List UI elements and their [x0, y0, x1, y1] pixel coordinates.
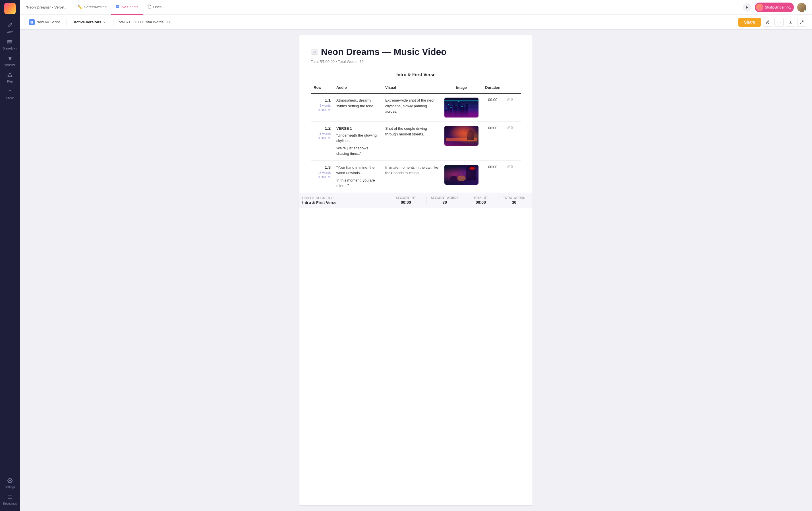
- tab-screenwriting[interactable]: ✏️ Screenwriting: [73, 0, 111, 15]
- expand-button[interactable]: [797, 18, 806, 27]
- more-options-button[interactable]: [775, 18, 784, 27]
- visualize-icon: [7, 56, 12, 62]
- table-row: 1.3 13 words 00:00 RT "Your hand in mine…: [311, 160, 521, 193]
- row-id-cell: 1.2 11 words 00:00 RT: [311, 122, 334, 161]
- row-rt: 00:00 RT: [314, 136, 331, 140]
- av-scripts-tab-icon: [116, 4, 120, 9]
- row-meta: 13 words 00:00 RT: [314, 171, 331, 180]
- svg-point-3: [8, 43, 8, 44]
- screenwriting-tab-icon: ✏️: [78, 5, 83, 9]
- sidebar-item-breakdown-label: Breakdown: [3, 47, 17, 50]
- toolbar-separator: [66, 19, 67, 26]
- audio-text: "Your hand in mine, the world unwinds...…: [336, 165, 380, 189]
- person-silhouette: [467, 130, 474, 140]
- attachment-icon: 0: [507, 126, 518, 130]
- image-cell: [441, 122, 481, 161]
- segment-footer: END OF SEGMENT 1 Intro & First Verse SEG…: [299, 193, 532, 208]
- studiobinder-label: StudioBinder Inc.: [765, 5, 791, 9]
- breakdown-icon: [7, 39, 12, 46]
- sidebar-item-visualize[interactable]: Visualize: [0, 53, 20, 70]
- duration-cell: 00:00: [481, 93, 504, 122]
- sidebar: Write Breakdown Visualize Plan Shoot Set…: [0, 0, 20, 511]
- row-rt: 00:00 RT: [314, 108, 331, 112]
- segment-rt-value: 00:00: [396, 200, 416, 205]
- play-button[interactable]: [743, 3, 751, 12]
- tab-av-scripts[interactable]: AV Scripts: [111, 0, 143, 15]
- attachment-icon: 0: [507, 98, 518, 102]
- visual-text: Extreme-wide shot of the neon cityscape,…: [385, 98, 439, 114]
- project-title: "Neon Dreams" - Velvet...: [26, 5, 67, 9]
- image-thumbnail-cityscape[interactable]: [444, 98, 478, 117]
- docs-tab-label: Docs: [153, 5, 162, 9]
- secondary-toolbar: New AV Script Active Versions Total RT 0…: [20, 15, 812, 30]
- active-versions-label: Active Versions: [74, 20, 101, 24]
- chevron-down-icon: [103, 21, 106, 24]
- tab-docs[interactable]: Docs: [143, 0, 166, 15]
- svg-point-1: [8, 41, 8, 42]
- new-av-script-button[interactable]: New AV Script: [26, 18, 63, 27]
- visual-text: Shot of the couple driving through neon-…: [385, 126, 439, 137]
- docs-tab-icon: [148, 4, 151, 9]
- attachment-count: 0: [511, 98, 513, 102]
- settings-icon: [7, 478, 12, 485]
- user-avatar[interactable]: [797, 3, 806, 12]
- total-rt-value: 00:00: [474, 200, 488, 205]
- app-logo[interactable]: [4, 3, 16, 14]
- screenwriting-tab-label: Screenwriting: [84, 5, 107, 9]
- row-number: 1.1: [314, 98, 331, 102]
- topnav-right-area: StudioBinder Inc.: [743, 3, 806, 12]
- active-versions-button[interactable]: Active Versions: [70, 18, 110, 26]
- share-label: Share: [744, 20, 755, 24]
- cyan-line: [444, 101, 478, 101]
- content-area: v1 Neon Dreams — Music Video Total RT 00…: [20, 30, 812, 511]
- car-glow: [444, 126, 478, 146]
- row-meta: 6 words 00:00 RT: [314, 104, 331, 112]
- sidebar-item-shoot[interactable]: Shoot: [0, 86, 20, 102]
- edit-icon-button[interactable]: [763, 18, 772, 27]
- visual-cell: Shot of the couple driving through neon-…: [382, 122, 441, 161]
- online-indicator: [804, 10, 806, 12]
- sidebar-item-breakdown[interactable]: Breakdown: [0, 36, 20, 53]
- row-number: 1.3: [314, 165, 331, 169]
- download-button[interactable]: [786, 18, 795, 27]
- segment-words-label: SEGMENT WORDS: [431, 196, 459, 199]
- image-thumbnail-car[interactable]: [444, 126, 478, 146]
- visual-cell: Extreme-wide shot of the neon cityscape,…: [382, 93, 441, 122]
- duration-cell: 00:00: [481, 160, 504, 193]
- col-image: Image: [441, 83, 481, 93]
- sidebar-item-resources[interactable]: Resources: [0, 492, 20, 508]
- row-words: 11 words: [314, 132, 331, 136]
- verse-label: VERSE 1: [336, 126, 380, 131]
- col-audio: Audio: [334, 83, 382, 93]
- attachment-cell: 0: [504, 160, 521, 193]
- pink-line: [448, 102, 475, 102]
- document-title: Neon Dreams — Music Video: [321, 47, 447, 57]
- svg-point-12: [778, 22, 778, 22]
- sidebar-item-write[interactable]: Write: [0, 20, 20, 36]
- segment-words-col: SEGMENT WORDS 30: [426, 196, 463, 205]
- write-icon: [7, 23, 12, 29]
- segment-rt-col: SEGMENT RT 00:00: [391, 196, 420, 205]
- table-header-row: Row Audio Visual Image Duration: [311, 83, 521, 93]
- audio-text: VERSE 1 "Underneath the glowing skyline.…: [336, 126, 380, 157]
- studiobinder-badge[interactable]: StudioBinder Inc.: [755, 3, 794, 12]
- sidebar-item-settings[interactable]: Settings: [0, 475, 20, 492]
- new-av-script-icon: [29, 19, 35, 25]
- shoot-icon: [7, 89, 12, 95]
- attachment-icon: 0: [507, 165, 518, 169]
- share-button[interactable]: Share: [738, 18, 761, 27]
- resources-icon: [7, 494, 12, 501]
- image-thumbnail-hands[interactable]: [444, 165, 478, 185]
- visual-cell: Intimate moments in the car, like their …: [382, 160, 441, 193]
- sidebar-item-visualize-label: Visualize: [4, 63, 16, 66]
- total-words-label: TOTAL WORDS: [503, 196, 525, 199]
- audio-line-2: In this moment, you are mine...": [336, 178, 380, 189]
- svg-point-2: [8, 42, 8, 43]
- total-words-col: TOTAL WORDS 30: [498, 196, 530, 205]
- audio-cell: VERSE 1 "Underneath the glowing skyline.…: [334, 122, 382, 161]
- segment-rt-label: SEGMENT RT: [396, 196, 416, 199]
- attachment-count: 0: [511, 126, 513, 130]
- col-visual: Visual: [382, 83, 441, 93]
- sidebar-item-plan[interactable]: Plan: [0, 70, 20, 86]
- total-words-value: 30: [503, 200, 525, 205]
